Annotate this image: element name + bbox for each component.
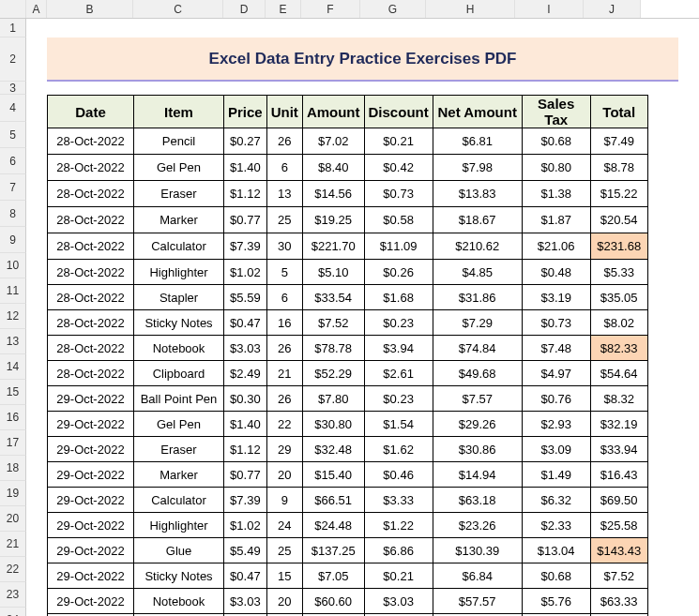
cell-total[interactable]: $69.50	[590, 488, 647, 513]
cell-item[interactable]: Glue	[134, 538, 224, 563]
cell-date[interactable]: 28-Oct-2022	[48, 260, 134, 285]
cell-amount[interactable]: $19.25	[302, 207, 364, 233]
row-header-20[interactable]: 20	[0, 506, 26, 532]
cell-unit[interactable]: 9	[266, 488, 302, 513]
cell-discount[interactable]: $1.62	[364, 437, 433, 462]
cell-discount[interactable]: $3.94	[364, 336, 433, 361]
cell-net[interactable]: $31.86	[433, 285, 522, 310]
cell-item[interactable]: Stapler	[134, 285, 224, 310]
row-header-1[interactable]: 1	[0, 19, 26, 38]
cell-date[interactable]: 29-Oct-2022	[48, 437, 134, 462]
cell-price[interactable]: $3.03	[224, 336, 267, 361]
hdr-discount[interactable]: Discount	[364, 96, 433, 128]
cell-total[interactable]: $32.19	[590, 412, 647, 437]
cell-unit[interactable]: 13	[266, 181, 302, 207]
cell-discount[interactable]: $1.54	[364, 412, 433, 437]
cell-unit[interactable]: 30	[266, 233, 302, 260]
cell-price[interactable]: $5.49	[224, 538, 267, 563]
cell-amount[interactable]: $14.56	[302, 181, 364, 207]
col-header-A[interactable]: A	[26, 0, 47, 18]
cell-item[interactable]: Gel Pen	[134, 155, 224, 181]
cell-item[interactable]: Marker	[134, 207, 224, 233]
cell-item[interactable]: Highlighter	[134, 513, 224, 538]
cell-date[interactable]: 29-Oct-2022	[48, 563, 134, 589]
cell-tax[interactable]: $0.80	[522, 155, 590, 181]
cell-price[interactable]: $0.30	[224, 386, 267, 412]
cell-total[interactable]: $7.52	[590, 563, 647, 589]
cell-tax[interactable]: $0.73	[522, 310, 590, 336]
cell-tax[interactable]: $21.06	[522, 233, 590, 260]
cell-amount[interactable]: $7.80	[302, 386, 364, 412]
cell-item[interactable]: Sticky Notes	[134, 310, 224, 336]
cell-net[interactable]: $6.84	[433, 563, 522, 589]
cell-price[interactable]: $1.02	[224, 260, 267, 285]
cell-item[interactable]: Clipboard	[134, 361, 224, 386]
cell-item[interactable]: Notebook	[134, 336, 224, 361]
col-header-E[interactable]: E	[266, 0, 301, 18]
cell-price[interactable]: $1.02	[224, 513, 267, 538]
cell-total[interactable]: $231.68	[590, 233, 647, 260]
cell-date[interactable]: 28-Oct-2022	[48, 336, 134, 361]
cell-discount[interactable]: $0.26	[364, 260, 433, 285]
cell-price[interactable]: $0.47	[224, 310, 267, 336]
row-header-21[interactable]: 21	[0, 532, 26, 557]
row-header-16[interactable]: 16	[0, 405, 26, 430]
cell-tax[interactable]: $4.97	[522, 361, 590, 386]
cell-item[interactable]: Sticky Notes	[134, 563, 224, 589]
row-header-2[interactable]: 2	[0, 38, 26, 82]
cell-amount[interactable]: $78.78	[302, 336, 364, 361]
cell-unit[interactable]: 24	[266, 513, 302, 538]
cell-date[interactable]: 28-Oct-2022	[48, 361, 134, 386]
cell-total[interactable]: $7.49	[590, 128, 647, 155]
cell-item[interactable]: Eraser	[134, 181, 224, 207]
cell-item[interactable]: Notebook	[134, 589, 224, 614]
row-header-5[interactable]: 5	[0, 122, 26, 148]
cell-price[interactable]: $0.27	[224, 128, 267, 155]
cell-unit[interactable]: 20	[266, 462, 302, 488]
cell-tax[interactable]: $0.68	[522, 128, 590, 155]
cell-discount[interactable]: $1.22	[364, 513, 433, 538]
cell-unit[interactable]: 25	[266, 538, 302, 563]
cell-discount[interactable]: $0.23	[364, 310, 433, 336]
cell-price[interactable]: $7.39	[224, 488, 267, 513]
cell-unit[interactable]: 20	[266, 589, 302, 614]
cell-tax[interactable]: $2.93	[522, 412, 590, 437]
cell-net[interactable]: $57.57	[433, 589, 522, 614]
cell-unit[interactable]: 22	[266, 412, 302, 437]
col-header-D[interactable]: D	[223, 0, 266, 18]
cell-total[interactable]: $5.33	[590, 260, 647, 285]
cell-price[interactable]: $1.40	[224, 412, 267, 437]
row-header-4[interactable]: 4	[0, 95, 26, 122]
cell-date[interactable]: 28-Oct-2022	[48, 285, 134, 310]
cell-price[interactable]: $1.12	[224, 437, 267, 462]
cell-unit[interactable]: 5	[266, 260, 302, 285]
cell-unit[interactable]: 25	[266, 207, 302, 233]
cell-total[interactable]: $16.43	[590, 462, 647, 488]
col-header-B[interactable]: B	[47, 0, 133, 18]
cell-total[interactable]: $35.05	[590, 285, 647, 310]
cell-tax[interactable]: $1.49	[522, 462, 590, 488]
cell-unit[interactable]: 26	[266, 336, 302, 361]
cell-total[interactable]: $8.32	[590, 386, 647, 412]
row-header-12[interactable]: 12	[0, 304, 26, 329]
cell-price[interactable]: $1.40	[224, 155, 267, 181]
cell-amount[interactable]: $7.02	[302, 128, 364, 155]
cell-amount[interactable]: $7.52	[302, 310, 364, 336]
row-header-8[interactable]: 8	[0, 201, 26, 227]
hdr-price[interactable]: Price	[224, 96, 267, 128]
cell-discount[interactable]: $2.61	[364, 361, 433, 386]
cell-net[interactable]: $29.26	[433, 412, 522, 437]
cell-unit[interactable]: 16	[266, 310, 302, 336]
row-header-10[interactable]: 10	[0, 253, 26, 278]
cell-tax[interactable]: $6.32	[522, 488, 590, 513]
cell-date[interactable]: 28-Oct-2022	[48, 310, 134, 336]
cell-discount[interactable]: $3.33	[364, 488, 433, 513]
cell-date[interactable]: 28-Oct-2022	[48, 128, 134, 155]
cell-unit[interactable]: 29	[266, 437, 302, 462]
cell-net[interactable]: $6.81	[433, 128, 522, 155]
cell-amount[interactable]: $52.29	[302, 361, 364, 386]
col-header-F[interactable]: F	[301, 0, 360, 18]
cell-price[interactable]: $2.49	[224, 361, 267, 386]
cell-tax[interactable]: $1.38	[522, 181, 590, 207]
cell-tax[interactable]: $3.09	[522, 437, 590, 462]
